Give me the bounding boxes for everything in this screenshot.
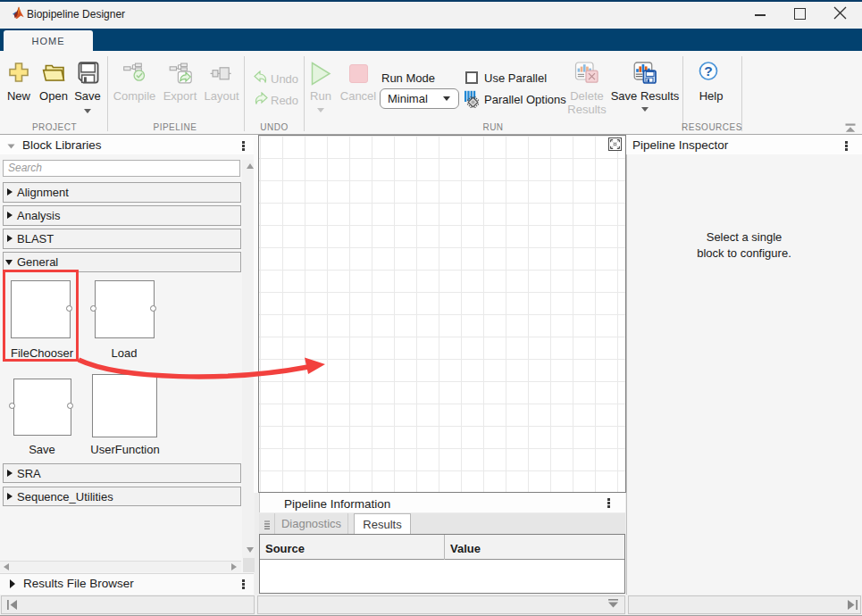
svg-text:?: ? [704, 63, 712, 79]
